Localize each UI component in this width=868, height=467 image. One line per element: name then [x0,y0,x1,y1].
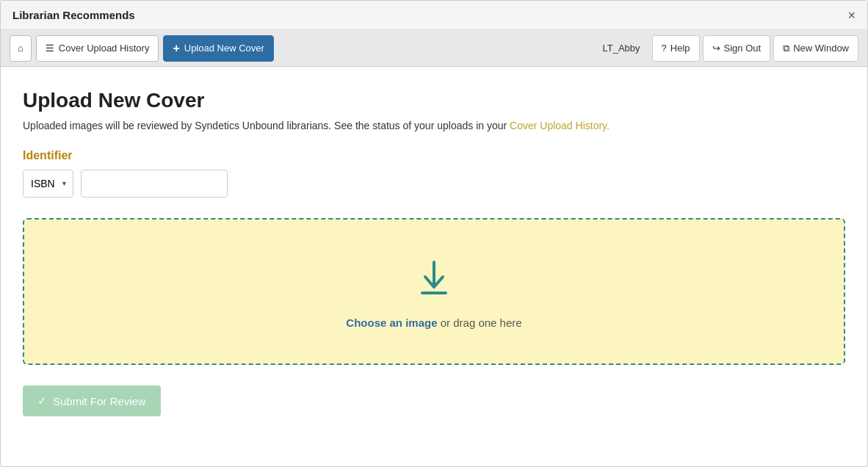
question-icon: ? [662,43,667,54]
isbn-wrapper: ISBN UPC ISSN [23,170,73,198]
nav-right: LT_Abby ? Help ↪ Sign Out ⧉ New Window [593,35,858,62]
nav-bar: ⌂ ☰ Cover Upload History + Upload New Co… [1,30,867,67]
main-content: Upload New Cover Uploaded images will be… [1,67,867,466]
app-title: Librarian Recommends [12,9,135,21]
upload-new-cover-label: Upload New Cover [184,43,264,54]
submit-label: Submit For Review [53,395,146,408]
nav-left: ⌂ ☰ Cover Upload History + Upload New Co… [10,30,274,66]
history-link[interactable]: Cover Upload History. [510,120,610,131]
newwindow-icon: ⧉ [783,43,789,54]
sign-out-label: Sign Out [724,43,762,54]
upload-new-cover-tab[interactable]: + Upload New Cover [163,35,273,62]
isbn-input[interactable] [81,170,228,198]
upload-icon [412,255,456,302]
cover-upload-history-label: Cover Upload History [59,43,150,54]
identifier-row: ISBN UPC ISSN [23,170,845,198]
sign-out-button[interactable]: ↪ Sign Out [703,35,771,62]
page-description: Uploaded images will be reviewed by Synd… [23,120,845,131]
identifier-label: Identifier [23,149,845,162]
home-icon: ⌂ [18,43,23,54]
cover-upload-history-tab[interactable]: ☰ Cover Upload History [36,35,159,62]
doc-icon: ☰ [46,43,54,54]
submit-button[interactable]: ✓ Submit For Review [23,385,161,416]
page-title: Upload New Cover [23,89,845,112]
checkmark-icon: ✓ [37,394,47,408]
new-window-button[interactable]: ⧉ New Window [773,35,858,62]
help-label: Help [670,43,690,54]
drag-text: or drag one here [438,316,522,329]
page-desc-text: Uploaded images will be reviewed by Synd… [23,120,507,131]
home-button[interactable]: ⌂ [10,35,32,62]
plus-icon: + [173,42,179,55]
signout-icon: ↪ [712,43,720,54]
choose-image-text[interactable]: Choose an image [346,316,437,329]
username-button[interactable]: LT_Abby [593,35,648,62]
app-window: Librarian Recommends × ⌂ ☰ Cover Upload … [0,0,868,467]
help-button[interactable]: ? Help [652,35,700,62]
drop-zone[interactable]: Choose an image or drag one here [23,218,845,365]
drop-text: Choose an image or drag one here [346,316,521,329]
new-window-label: New Window [793,43,849,54]
close-button[interactable]: × [847,9,856,22]
title-bar: Librarian Recommends × [1,1,867,30]
identifier-type-select[interactable]: ISBN UPC ISSN [23,170,73,198]
